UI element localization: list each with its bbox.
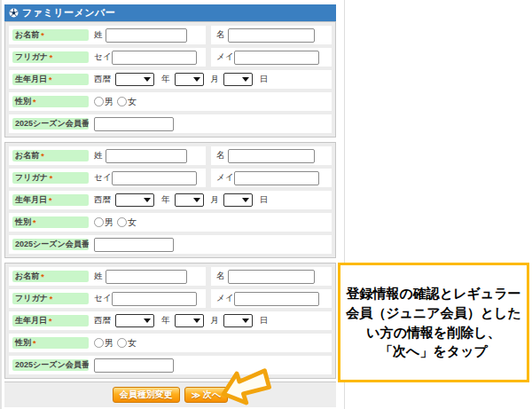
mei-input[interactable] bbox=[234, 171, 319, 185]
change-member-type-button[interactable]: 会員種別変更 bbox=[113, 387, 180, 403]
month-suffix: 月 bbox=[211, 74, 220, 85]
left-edge-line bbox=[0, 0, 2, 409]
instruction-line: い方の情報を削除し、 bbox=[366, 323, 500, 342]
member-number-input[interactable] bbox=[94, 117, 174, 131]
gender-female-radio[interactable] bbox=[117, 217, 127, 227]
last-name-input[interactable] bbox=[106, 270, 187, 284]
sei-prefix: セイ bbox=[94, 293, 111, 304]
birthdate-label: 生年月日* bbox=[12, 315, 89, 326]
member-number-input[interactable] bbox=[94, 238, 174, 252]
first-name-prefix: 名 bbox=[216, 271, 225, 282]
gender-label: 性別* bbox=[12, 96, 89, 107]
year-suffix: 年 bbox=[161, 194, 170, 206]
page: ファミリーメンバー お名前* 姓 名 フリガナ* セイ bbox=[0, 0, 532, 409]
chevron-down-icon bbox=[144, 319, 151, 323]
member-section-2: お名前* 姓 名 フリガナ* セイ メイ bbox=[4, 142, 336, 258]
furigana-label: フリガナ* bbox=[12, 293, 89, 304]
gender-male-radio[interactable] bbox=[94, 338, 104, 348]
chevron-down-icon bbox=[242, 319, 249, 323]
double-chevron-icon: ≫ bbox=[192, 390, 200, 400]
era-label: 西暦 bbox=[94, 194, 111, 206]
chevron-down-icon bbox=[193, 319, 200, 323]
first-name-input[interactable] bbox=[228, 149, 315, 163]
name-label: お名前* bbox=[12, 150, 89, 161]
sei-input[interactable] bbox=[112, 171, 197, 185]
form-footer: 会員種別変更 ≫次へ bbox=[4, 381, 336, 407]
gender-label: 性別* bbox=[12, 216, 89, 228]
first-name-input[interactable] bbox=[228, 270, 315, 284]
mei-prefix: メイ bbox=[216, 51, 233, 63]
sei-input[interactable] bbox=[112, 292, 197, 306]
member-number-row: 2025シーズン会員番号 bbox=[9, 114, 332, 133]
gender-row: 性別* 男 女 bbox=[9, 213, 332, 232]
section-header: ファミリーメンバー bbox=[4, 4, 336, 21]
sei-prefix: セイ bbox=[94, 51, 111, 63]
member-number-label: 2025シーズン会員番号 bbox=[12, 359, 89, 371]
gender-female-radio[interactable] bbox=[117, 97, 127, 106]
member-number-input[interactable] bbox=[94, 358, 174, 373]
furigana-row: フリガナ* セイ メイ bbox=[9, 48, 332, 67]
furigana-row: フリガナ* セイ メイ bbox=[9, 289, 332, 308]
instruction-line: 登録情報の確認とレギュラー bbox=[346, 284, 520, 303]
chevron-down-icon bbox=[242, 198, 249, 202]
birthdate-label: 生年月日* bbox=[12, 194, 89, 206]
furigana-label: フリガナ* bbox=[12, 51, 89, 63]
last-name-prefix: 姓 bbox=[94, 150, 103, 161]
page-title: ファミリーメンバー bbox=[22, 6, 115, 20]
month-suffix: 月 bbox=[211, 194, 220, 206]
member-number-row: 2025シーズン会員番号 bbox=[9, 235, 332, 254]
birthdate-row: 生年月日* 西暦 年 月 日 bbox=[9, 311, 332, 330]
name-row: お名前* 姓 名 bbox=[9, 267, 332, 286]
instruction-callout: 登録情報の確認とレギュラー 会員（ジュニア会員）とした い方の情報を削除し、 「… bbox=[338, 263, 529, 382]
name-label: お名前* bbox=[12, 271, 89, 282]
gender-row: 性別* 男 女 bbox=[9, 92, 332, 111]
chevron-down-icon bbox=[144, 77, 151, 82]
member-number-label: 2025シーズン会員番号 bbox=[12, 239, 89, 250]
year-suffix: 年 bbox=[161, 315, 170, 326]
year-select[interactable] bbox=[115, 193, 154, 207]
month-select[interactable] bbox=[175, 193, 204, 207]
gender-row: 性別* 男 女 bbox=[9, 334, 332, 352]
first-name-prefix: 名 bbox=[216, 150, 225, 161]
first-name-prefix: 名 bbox=[216, 29, 225, 41]
year-select[interactable] bbox=[115, 314, 154, 327]
gender-male-radio[interactable] bbox=[94, 217, 104, 227]
instruction-line: 会員（ジュニア会員）とした bbox=[346, 303, 520, 323]
gender-female-radio[interactable] bbox=[117, 338, 127, 348]
day-select[interactable] bbox=[223, 73, 253, 86]
birthdate-row: 生年月日* 西暦 年 月 日 bbox=[9, 70, 332, 89]
member-section-3: お名前* 姓 名 フリガナ* セイ メイ bbox=[4, 263, 336, 379]
last-name-prefix: 姓 bbox=[94, 271, 103, 282]
mei-input[interactable] bbox=[234, 51, 319, 65]
name-row: お名前* 姓 名 bbox=[9, 146, 332, 165]
gender-label: 性別* bbox=[12, 337, 89, 349]
last-name-input[interactable] bbox=[106, 149, 187, 163]
mei-input[interactable] bbox=[234, 292, 319, 306]
mei-prefix: メイ bbox=[216, 293, 233, 304]
month-select[interactable] bbox=[175, 73, 204, 86]
gender-male-radio[interactable] bbox=[94, 97, 104, 106]
first-name-input[interactable] bbox=[228, 28, 315, 43]
year-select[interactable] bbox=[115, 73, 154, 86]
era-label: 西暦 bbox=[94, 74, 111, 85]
day-select[interactable] bbox=[223, 193, 253, 207]
birthdate-row: 生年月日* 西暦 年 月 日 bbox=[9, 191, 332, 209]
day-suffix: 日 bbox=[260, 315, 269, 326]
month-suffix: 月 bbox=[211, 315, 220, 326]
sei-input[interactable] bbox=[112, 51, 197, 65]
day-suffix: 日 bbox=[260, 74, 269, 85]
name-row: お名前* 姓 名 bbox=[9, 26, 332, 44]
last-name-input[interactable] bbox=[106, 28, 187, 43]
name-label: お名前* bbox=[12, 29, 89, 41]
mei-prefix: メイ bbox=[216, 172, 233, 184]
day-select[interactable] bbox=[223, 314, 253, 327]
chevron-down-icon bbox=[242, 77, 249, 82]
sei-prefix: セイ bbox=[94, 172, 111, 184]
month-select[interactable] bbox=[175, 314, 204, 327]
family-member-form: ファミリーメンバー お名前* 姓 名 フリガナ* セイ bbox=[4, 4, 336, 407]
soccer-ball-icon bbox=[9, 8, 19, 18]
furigana-label: フリガナ* bbox=[12, 172, 89, 184]
member-number-row: 2025シーズン会員番号 bbox=[9, 356, 332, 374]
year-suffix: 年 bbox=[161, 74, 170, 85]
furigana-row: フリガナ* セイ メイ bbox=[9, 169, 332, 187]
